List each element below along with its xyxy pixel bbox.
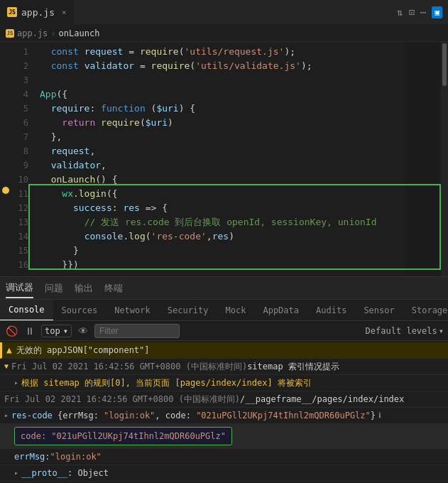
token-str: 'utils/validate.js' <box>195 60 301 71</box>
console-output: ▲ 无效的 appJSON["component"] ▼ Fri Jul 02 … <box>0 341 448 483</box>
token-punct: , <box>89 146 95 156</box>
warn-icon: ▲ <box>6 344 12 357</box>
line-content: require: function ($uri) { <box>40 102 448 116</box>
devtools-tab-sources[interactable]: Sources <box>53 300 106 321</box>
context-select[interactable]: top ▾ <box>41 325 72 337</box>
code-line: 1 const request = require('utils/request… <box>0 45 448 59</box>
eye-icon[interactable]: 👁 <box>76 324 90 338</box>
debug-tab-output[interactable]: 输出 <box>75 279 93 298</box>
rescode-arrow-icon[interactable]: ▸ <box>4 409 9 422</box>
token-punct: ({ <box>56 89 67 99</box>
sitemap-detail-text: 根据 sitemap 的规则[0], 当前页面 [pages/index/ind… <box>21 376 312 389</box>
token-prop: request <box>51 146 90 156</box>
token-var: res <box>123 202 139 213</box>
tab-filename: app.js <box>21 7 55 18</box>
token-fn: require <box>140 46 179 57</box>
warn-text: 无效的 appJSON["component"] <box>16 344 150 357</box>
line-number: 1 <box>11 45 40 59</box>
code-highlight-box: code: "021uPGll2UKpj74tIhnl2mQDR60uPGlz" <box>14 427 232 445</box>
breadcrumb-function[interactable]: onLaunch <box>59 28 100 38</box>
console-row-rescode: ▸ res-code {errMsg: "login:ok", code: "0… <box>0 408 448 424</box>
line-content: return require($uri) <box>40 116 448 130</box>
line-number: 16 <box>11 258 40 272</box>
line-number: 13 <box>11 215 40 229</box>
token-cmt: // 发送 res.code 到后台换取 openId, sessionKey,… <box>84 217 377 227</box>
devtools-tab-console[interactable]: Console <box>0 300 53 321</box>
proto-arrow-icon[interactable]: ▸ <box>14 467 18 479</box>
devtools-tab-security[interactable]: Security <box>159 300 217 321</box>
devtools-tab-sensor[interactable]: Sensor <box>355 300 403 321</box>
token-prop: validator <box>51 160 101 170</box>
line-number: 2 <box>11 59 40 73</box>
clear-console-button[interactable]: 🚫 <box>4 324 18 338</box>
code-line: 2 const validator = require('utils/valid… <box>0 59 448 73</box>
line-content: const validator = require('utils/validat… <box>40 59 448 73</box>
line-content: App({ <box>40 87 448 102</box>
console-row-codebox: code: "021uPGll2UKpj74tIhnl2mQDR60uPGlz" <box>0 424 448 449</box>
devtools-tab-network[interactable]: Network <box>106 300 159 321</box>
file-icon: JS <box>7 7 17 17</box>
line-number: 8 <box>11 144 40 158</box>
devtools-tab-audits[interactable]: Audits <box>307 300 355 321</box>
code-line: 5 require: function ($uri) { <box>0 102 448 116</box>
debug-tab-debugger[interactable]: 调试器 <box>6 278 33 298</box>
token-punct: () { <box>95 174 117 185</box>
token-punct: ) <box>229 231 234 242</box>
code-line: 8 request, <box>0 144 448 158</box>
minimap <box>405 42 441 276</box>
tab-bar: JS app.js × ⇅ ⊡ ⋯ ▣ <box>0 0 448 25</box>
console-row-sitemap-detail: ▸ 根据 sitemap 的规则[0], 当前页面 [pages/index/i… <box>0 375 448 391</box>
console-time-2: Fri Jul 02 2021 16:42:56 GMT+0800 (中国标准时… <box>4 393 240 406</box>
errmsg-val: "login:ok" <box>50 450 102 463</box>
debug-tab-issues[interactable]: 问题 <box>45 279 63 298</box>
token-var: console <box>84 231 124 242</box>
line-number: 3 <box>11 73 40 87</box>
token-obj: wx <box>62 188 73 199</box>
line-content: // 发送 res.code 到后台换取 openId, sessionKey,… <box>40 215 448 229</box>
line-number: 6 <box>11 116 40 130</box>
code-line: 14 console.log('res-code',res) <box>0 229 448 244</box>
line-number: 4 <box>11 87 40 102</box>
filter-input[interactable] <box>94 324 180 338</box>
code-line: 6 return require($uri) <box>0 116 448 130</box>
debug-tab-terminal[interactable]: 终端 <box>104 279 123 298</box>
chevron-down-icon: ▾ <box>63 326 68 336</box>
default-levels-label: Default levels <box>366 326 437 336</box>
more-icon[interactable]: ⋯ <box>420 6 426 18</box>
errmsg-key: errMsg: <box>14 450 50 463</box>
token-kw: function <box>101 103 151 114</box>
console-row-sitemap[interactable]: ▼ Fri Jul 02 2021 16:42:56 GMT+0800 (中国标… <box>0 359 448 375</box>
expand-arrow-icon[interactable]: ▼ <box>4 360 9 373</box>
context-label: top <box>45 326 60 336</box>
tab-app-js[interactable]: JS app.js × <box>0 0 75 25</box>
token-punct: = <box>134 60 151 71</box>
breadcrumb-filename[interactable]: app.js <box>17 28 48 38</box>
pageframe-text: /__pageframe__/pages/index/index <box>240 393 404 406</box>
line-content: wx.login({ <box>40 187 448 201</box>
tab-close-button[interactable]: × <box>62 8 67 17</box>
token-var: $uri <box>156 103 178 114</box>
devtools-icon[interactable]: ▣ <box>432 6 442 18</box>
line-number: 15 <box>11 244 40 258</box>
token-obj: App <box>40 89 56 99</box>
line-content: request, <box>40 144 448 158</box>
devtools-tab-appdata[interactable]: AppData <box>254 300 307 321</box>
line-content: }}) <box>40 258 448 272</box>
token-kw2: return <box>62 117 101 128</box>
line-number: 5 <box>11 102 40 116</box>
default-levels-select[interactable]: Default levels ▾ <box>366 326 444 336</box>
breadcrumb-file-icon: JS <box>6 29 14 38</box>
devtools-tab-storage[interactable]: Storage <box>403 300 448 321</box>
token-kw: const <box>51 46 84 57</box>
split-editor-icon[interactable]: ⇅ <box>397 6 403 18</box>
editor-scrollbar[interactable] <box>441 42 448 276</box>
token-punct: ); <box>284 46 295 57</box>
code-line: 16 }}) <box>0 258 448 272</box>
devtools-tab-mock[interactable]: Mock <box>217 300 255 321</box>
token-punct: } <box>73 245 79 256</box>
token-fn: login <box>79 188 106 199</box>
code-lines: 1 const request = require('utils/request… <box>0 42 448 272</box>
layout-icon[interactable]: ⊡ <box>409 6 415 18</box>
pause-button[interactable]: ⏸ <box>23 324 37 338</box>
code-line: 12 success: res => { <box>0 201 448 215</box>
